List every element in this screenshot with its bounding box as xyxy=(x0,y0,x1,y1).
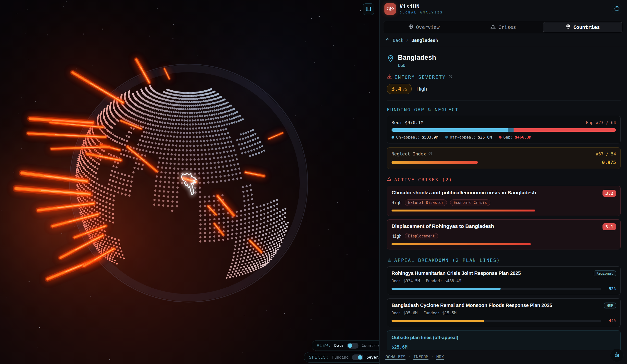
severity-level: High xyxy=(417,86,427,92)
neglect-index-card: Neglect Index #37 / 54 0.975 xyxy=(387,147,621,169)
spikes-option-funding[interactable]: Funding xyxy=(332,355,348,360)
app-logo xyxy=(384,3,396,15)
tab-countries-label: Countries xyxy=(573,24,600,30)
country-iso: BGD xyxy=(398,63,436,68)
tab-overview-label: Overview xyxy=(416,24,440,30)
spikes-toggle-group: SPIKES: Funding Severity xyxy=(304,352,391,363)
plan-progress-fill xyxy=(392,288,501,290)
funding-requirement: Req: $970.1M xyxy=(392,120,423,125)
breadcrumb-current: Bangladesh xyxy=(411,38,438,43)
plan-requirement: Req: $35.6M xyxy=(392,311,418,315)
view-option-dots[interactable]: Dots xyxy=(334,343,344,348)
panel-footer: OCHA FTS · INFORM · HDX xyxy=(379,350,627,364)
crisis-card[interactable]: Climatic shocks and political/economic c… xyxy=(387,186,621,216)
plan-progress-track xyxy=(392,288,601,290)
bar-segment-gap xyxy=(514,128,616,132)
breadcrumb: Back / Bangladesh xyxy=(379,33,627,47)
plan-title: Rohingya Humanitarian Crisis Joint Respo… xyxy=(392,271,521,276)
assistant-button[interactable] xyxy=(610,349,624,362)
view-switch-knob xyxy=(348,343,352,348)
bar-segment-off-appeal xyxy=(508,128,514,132)
eye-icon xyxy=(386,5,394,13)
info-icon xyxy=(614,6,620,12)
bar-chart-icon xyxy=(387,257,392,263)
view-toggle-group: VIEW: Dots Countries xyxy=(312,340,388,351)
plan-percent: 52% xyxy=(605,286,616,291)
info-icon xyxy=(428,151,432,156)
spikes-switch[interactable] xyxy=(352,355,363,360)
globe-icon xyxy=(408,24,413,30)
appeals-section: APPEAL BREAKDOWN (2 PLAN LINES) Rohingya… xyxy=(387,257,621,350)
country-detail: Bangladesh BGD INFORM SEVERITY 3.4 xyxy=(379,47,627,350)
funding-stacked-bar xyxy=(392,128,616,132)
funding-section-title: FUNDING GAP & NEGLECT xyxy=(387,107,621,112)
link-hdx[interactable]: HDX xyxy=(436,355,444,359)
panel-toggle-button[interactable] xyxy=(363,3,374,15)
severity-scale: /5 xyxy=(403,87,407,92)
legend-dot xyxy=(445,136,448,138)
breadcrumb-back[interactable]: Back xyxy=(393,38,403,43)
plan-type-badge: HRP xyxy=(604,303,616,309)
app-title-block: VisiUN GLOBAL ANALYSIS xyxy=(400,4,443,14)
severity-block: INFORM SEVERITY 3.4 /5 High xyxy=(387,74,621,94)
neglect-bar-fill xyxy=(392,161,478,164)
plan-funded: Funded: $15.5M xyxy=(423,311,457,315)
panel-header: VisiUN GLOBAL ANALYSIS xyxy=(379,0,627,18)
map-pin-icon xyxy=(566,24,571,30)
app-root: VIEW: Dots Countries SPIKES: Funding Sev… xyxy=(0,0,627,364)
app-subtitle: GLOBAL ANALYSIS xyxy=(400,10,443,14)
tab-overview[interactable]: Overview xyxy=(384,22,464,32)
details-panel: VisiUN GLOBAL ANALYSIS Overview Cris xyxy=(379,0,627,364)
view-switch[interactable] xyxy=(347,343,359,349)
plan-percent: 44% xyxy=(605,318,616,323)
neglect-bar-track xyxy=(392,161,597,164)
spikes-switch-knob xyxy=(358,355,362,360)
plan-card: Rohingya Humanitarian Crisis Joint Respo… xyxy=(387,266,621,295)
robot-icon xyxy=(614,352,620,359)
crises-section: ACTIVE CRISES (2) Climatic shocks and po… xyxy=(387,177,621,249)
legend-dot xyxy=(392,136,394,138)
tab-countries[interactable]: Countries xyxy=(543,22,622,32)
legend-on-appeal: On-appeal: $503.9M xyxy=(392,135,438,139)
footer-separator: · xyxy=(431,355,434,359)
crisis-tag: Displacement xyxy=(405,233,438,239)
funding-section: FUNDING GAP & NEGLECT Req: $970.1M Gap #… xyxy=(387,107,621,169)
alert-triangle-icon xyxy=(490,24,496,30)
neglect-label-row: Neglect Index xyxy=(392,151,432,156)
plan-progress-fill xyxy=(392,320,484,322)
globe-canvas[interactable] xyxy=(0,0,379,364)
plan-title: Bangladesh Cyclone Remal and Monsoon Flo… xyxy=(392,303,552,308)
country-header: Bangladesh BGD xyxy=(387,54,621,68)
legend-gap: Gap: $466.3M xyxy=(499,135,531,139)
crisis-severity-bar xyxy=(392,243,531,245)
off-appeal-title: Outside plan lines (off-appeal) xyxy=(392,335,616,340)
crisis-title: Displacement of Rohingyas to Bangladesh xyxy=(392,223,494,229)
link-inform[interactable]: INFORM xyxy=(413,355,428,359)
footer-separator: · xyxy=(408,355,411,359)
funding-gap-rank: Gap #23 / 64 xyxy=(586,120,616,125)
breadcrumb-separator: / xyxy=(406,38,409,43)
tab-crises[interactable]: Crises xyxy=(464,22,543,32)
country-name: Bangladesh xyxy=(398,54,436,61)
crisis-severity-badge: 3.2 xyxy=(603,190,616,197)
alert-triangle-icon xyxy=(387,177,392,182)
crisis-card[interactable]: Displacement of Rohingyas to Bangladesh … xyxy=(387,219,621,249)
crisis-level: High xyxy=(392,234,402,239)
link-ocha-fts[interactable]: OCHA FTS xyxy=(385,355,406,359)
severity-score: 3.4 xyxy=(391,86,402,92)
crisis-title: Climatic shocks and political/economic c… xyxy=(392,190,536,196)
off-appeal-value: $25.6M xyxy=(392,344,616,350)
plan-requirement: Req: $934.5M xyxy=(392,278,420,283)
spikes-label: SPIKES: xyxy=(309,355,329,360)
panel-left-icon xyxy=(366,6,371,12)
funding-gap-card: Req: $970.1M Gap #23 / 64 On-appeal: $50… xyxy=(387,116,621,143)
info-button[interactable] xyxy=(612,4,622,14)
plan-funded: Funded: $488.4M xyxy=(426,278,461,283)
plan-card: Bangladesh Cyclone Remal and Monsoon Flo… xyxy=(387,298,621,327)
neglect-value: 0.975 xyxy=(602,160,616,165)
crisis-level: High xyxy=(392,200,402,205)
appeals-section-title: APPEAL BREAKDOWN (2 PLAN LINES) xyxy=(394,258,500,263)
info-icon xyxy=(448,75,452,80)
alert-triangle-icon xyxy=(387,74,392,80)
neglect-rank: #37 / 54 xyxy=(596,151,616,156)
